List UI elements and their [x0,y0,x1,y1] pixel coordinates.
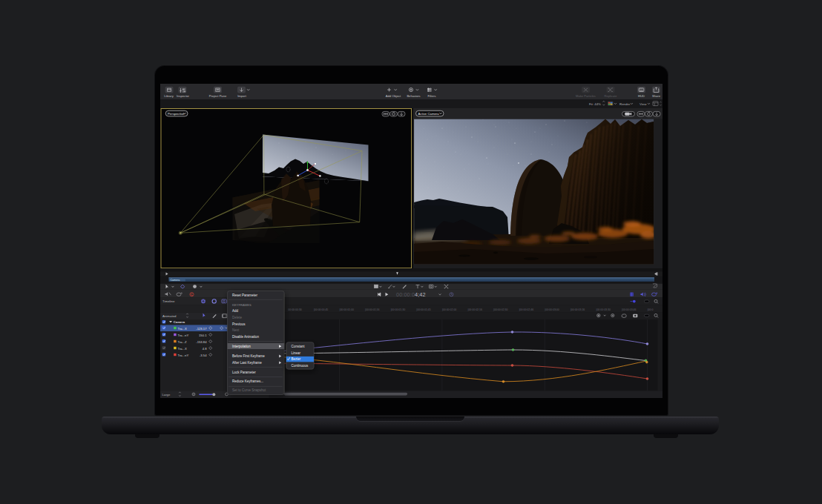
svg-text:|00:00:03;46: |00:00:03;46 [622,308,636,311]
svg-text:Behaviors: Behaviors [407,94,420,98]
svg-text:Tra...X: Tra...X [177,347,187,351]
svg-text:00:00:00;30: 00:00:00;30 [288,308,302,311]
svg-text:Fit: 44%: Fit: 44% [588,102,600,106]
svg-text:Inspector: Inspector [177,94,189,98]
svg-text:|00:0: |00:0 [647,308,653,311]
svg-text:Next: Next [232,328,240,332]
svg-text:After Last Keyframe: After Last Keyframe [232,361,262,365]
svg-text:Import: Import [237,94,246,98]
svg-text:Tra...X: Tra...X [177,327,187,331]
svg-text:Share: Share [652,94,661,98]
svg-text:Linear: Linear [291,351,300,355]
svg-text:-3.54: -3.54 [199,354,206,357]
svg-text:Set to Curve Snapshot: Set to Curve Snapshot [232,388,266,392]
svg-text:Animated: Animated [162,314,177,318]
svg-text:Make Particles: Make Particles [576,94,596,98]
svg-text:-123.17: -123.17 [196,327,207,331]
svg-text:Tra...nY: Tra...nY [177,334,188,337]
svg-text:Before First Keyframe: Before First Keyframe [232,354,265,358]
svg-text:Interpolation: Interpolation [232,345,251,348]
svg-text:|00:00:02;00: |00:00:02;00 [441,308,456,311]
svg-text:Camera: Camera [173,320,185,324]
svg-text:150.1: 150.1 [199,334,207,337]
svg-text:4.8: 4.8 [202,347,206,351]
svg-text:-153.84: -153.84 [196,340,207,344]
svg-text:Timeline: Timeline [162,299,175,303]
svg-text:|00:00:01;00: |00:00:01;00 [339,308,353,311]
svg-text:Render: Render [619,102,631,106]
svg-text:00:00:04;42: 00:00:04;42 [396,291,426,298]
svg-text:|00:00:01;45: |00:00:01;45 [416,308,430,311]
svg-text:Camera: Camera [170,279,180,282]
svg-text:Reduce Keyframes...: Reduce Keyframes... [232,379,263,383]
svg-text:Reset Parameter: Reset Parameter [232,294,258,297]
svg-text:Large: Large [162,393,170,397]
svg-text:Bezier: Bezier [291,357,300,361]
svg-text:Tra...nY: Tra...nY [177,354,188,357]
svg-text:Lock Parameter: Lock Parameter [232,371,256,374]
svg-text:|00:00:02;16: |00:00:02;16 [467,308,481,311]
svg-text:Constant: Constant [291,345,305,348]
svg-text:HUD: HUD [638,94,645,98]
svg-text:Continuous: Continuous [291,364,309,368]
svg-text:|00:00:01;16: |00:00:01;16 [365,308,379,311]
svg-text:|00:00:03;16: |00:00:03;16 [570,308,584,311]
svg-text:|00:00:03;00: |00:00:03;00 [545,308,559,311]
svg-text:Replicate: Replicate [604,94,617,98]
svg-text:Previous: Previous [232,322,246,326]
svg-text:Library: Library [164,94,174,98]
svg-text:Tra...Z: Tra...Z [177,340,187,344]
svg-text:Add Object: Add Object [385,94,401,98]
svg-text:|00:00:00;45: |00:00:00;45 [313,308,327,311]
svg-text:|00:00:02;30: |00:00:02;30 [493,308,507,311]
svg-text:View: View [639,102,647,106]
svg-text:Active Camera: Active Camera [418,112,439,116]
svg-text:Project Pane: Project Pane [208,94,226,98]
svg-text:|00:00:02;46: |00:00:02;46 [519,308,533,311]
svg-text:Perspective: Perspective [168,112,185,116]
svg-text:Disable Animation: Disable Animation [232,335,260,339]
svg-text:|00:00:01;30: |00:00:01;30 [390,308,404,311]
svg-text:KEYFRAMES: KEYFRAMES [232,303,251,307]
svg-text:Add: Add [232,309,239,313]
svg-text:Delete: Delete [232,316,243,319]
svg-text:|00:00:03;30: |00:00:03;30 [596,308,610,311]
svg-text:Filters: Filters [427,94,435,98]
